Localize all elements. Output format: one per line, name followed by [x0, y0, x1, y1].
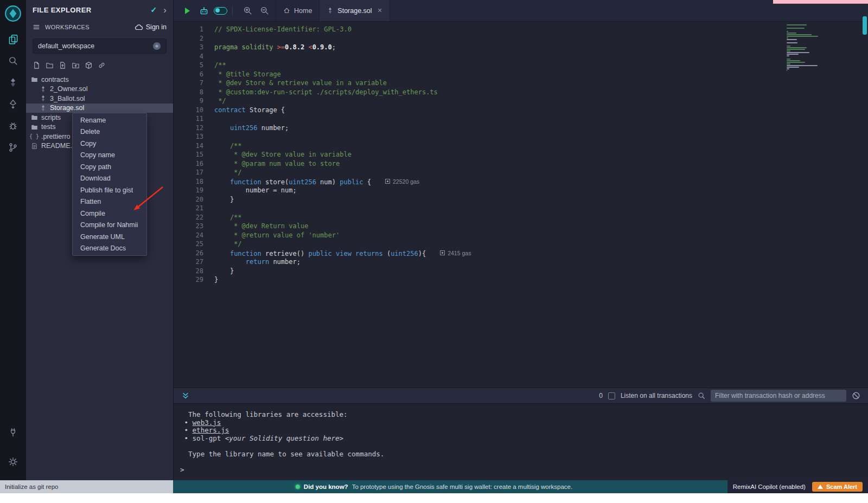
tree-item-Storage.sol[interactable]: Storage.sol: [26, 104, 173, 113]
tree-item-label: Storage.sol: [50, 104, 84, 112]
hamburger-icon[interactable]: [33, 23, 40, 31]
gas-estimate-badge: 2415 gas: [440, 249, 471, 258]
code-line-15: * @dev Store value in variable: [214, 150, 797, 159]
plugin-manager-icon[interactable]: [0, 422, 26, 443]
line-number: 24: [174, 231, 203, 240]
menu-item-generate-uml[interactable]: Generate UML: [73, 231, 146, 243]
tip-title: Did you know?: [304, 483, 348, 490]
menu-item-compile-for-nahmii[interactable]: Compile for Nahmii: [73, 220, 146, 231]
menu-item-copy-name[interactable]: Copy name: [73, 150, 146, 162]
terminal-toolbar: 0 Listen on all transactions: [174, 388, 868, 404]
tab-strip: HomeStorage.sol✕: [276, 0, 390, 21]
git-icon[interactable]: [0, 137, 26, 158]
solidity-compiler-icon[interactable]: [0, 72, 26, 93]
git-init-button[interactable]: Initialize as git repo: [0, 480, 173, 493]
workspace-select[interactable]: default_workspace: [33, 38, 167, 54]
expand-terminal-icon[interactable]: [181, 391, 190, 400]
menu-item-publish-file-to-gist[interactable]: Publish file to gist: [73, 184, 146, 196]
tree-item-label: .prettierro: [41, 133, 71, 140]
file-explorer-icon[interactable]: [0, 28, 26, 50]
status-bar: Initialize as git repo Did you know? To …: [0, 480, 868, 493]
settings-gear-icon[interactable]: [0, 451, 26, 473]
copilot-toggle[interactable]: [214, 7, 227, 15]
debugger-icon[interactable]: [0, 115, 26, 137]
tree-item-label: scripts: [41, 114, 61, 121]
line-number: 17: [174, 168, 203, 177]
library-link-ethers.js[interactable]: ethers.js: [193, 426, 229, 434]
listen-checkbox[interactable]: [608, 392, 615, 399]
run-script-button[interactable]: [180, 4, 194, 17]
bottom-strip: [0, 493, 868, 503]
code-lines[interactable]: // SPDX-License-Identifier: GPL-3.0pragm…: [214, 25, 797, 285]
terminal-line-5: [180, 442, 868, 450]
tree-item-label: 3_Ballot.sol: [50, 95, 85, 102]
clear-console-icon[interactable]: [852, 391, 860, 400]
code-line-2: [214, 34, 797, 43]
workspace-options-icon[interactable]: [152, 42, 161, 50]
create-file-icon[interactable]: [33, 61, 41, 69]
scrollbar-thumb[interactable]: [863, 16, 867, 35]
ai-assistant-icon[interactable]: [197, 4, 210, 17]
menu-item-generate-docs[interactable]: Generate Docs: [73, 243, 146, 255]
workspace-name: default_workspace: [38, 42, 94, 50]
code-editor[interactable]: 1234567891011121314151617181920212223242…: [174, 22, 868, 388]
sol-icon: [39, 95, 47, 102]
menu-item-delete[interactable]: Delete: [73, 126, 146, 138]
line-number: 13: [174, 132, 203, 141]
code-line-12: uint256 number;: [214, 124, 797, 133]
terminal-controls: 0 Listen on all transactions: [599, 390, 860, 402]
code-line-29: }: [214, 275, 797, 285]
upload-folder-icon[interactable]: [72, 61, 80, 69]
folder-open-icon: [30, 76, 38, 83]
line-number: 2: [174, 34, 203, 43]
tree-item-contracts[interactable]: contracts: [26, 75, 173, 85]
gas-icon: [385, 179, 390, 184]
menu-item-copy-path[interactable]: Copy path: [73, 161, 146, 173]
tree-item-2_Owner.sol[interactable]: 2_Owner.sol: [26, 85, 173, 94]
library-link-web3.js[interactable]: web3.js: [193, 418, 221, 427]
search-icon[interactable]: [0, 50, 26, 72]
upload-file-icon[interactable]: [59, 61, 67, 69]
tab-storage.sol[interactable]: Storage.sol✕: [320, 0, 390, 21]
remix-logo[interactable]: [4, 4, 22, 23]
link-icon[interactable]: [98, 61, 106, 69]
warning-icon: [818, 485, 823, 489]
deploy-and-run-icon[interactable]: [0, 93, 26, 115]
close-tab-icon[interactable]: ✕: [378, 7, 382, 14]
menu-item-download[interactable]: Download: [73, 173, 146, 185]
terminal[interactable]: The following libraries are accessible: …: [174, 405, 868, 480]
create-folder-icon[interactable]: [46, 61, 54, 69]
tip-text: To prototype using the Gnosis safe multi…: [352, 483, 573, 490]
menu-item-compile[interactable]: Compile: [73, 208, 146, 220]
chevron-right-icon[interactable]: ›: [163, 5, 167, 15]
check-icon[interactable]: ✓: [151, 5, 157, 14]
import-box-icon[interactable]: [85, 61, 93, 69]
menu-item-copy[interactable]: Copy: [73, 138, 146, 150]
did-you-know-tip: Did you know? To prototype using the Gno…: [296, 483, 572, 490]
tree-item-3_Ballot.sol[interactable]: 3_Ballot.sol: [26, 94, 173, 104]
tree-item-label: README.: [41, 142, 72, 150]
braces-icon: { }: [30, 133, 38, 139]
sign-in-button[interactable]: Sign in: [135, 23, 167, 31]
bulb-icon: [296, 485, 300, 489]
code-line-21: [214, 204, 797, 213]
line-number: 11: [174, 114, 203, 124]
menu-item-rename[interactable]: Rename: [73, 114, 146, 126]
code-line-27: return number;: [214, 257, 797, 267]
terminal-search-icon[interactable]: [698, 392, 705, 399]
tab-home[interactable]: Home: [276, 0, 320, 21]
gas-icon: [440, 250, 445, 255]
scam-alert-button[interactable]: Scam Alert: [812, 482, 863, 492]
line-number: 14: [174, 141, 203, 151]
transaction-filter-input[interactable]: [711, 390, 846, 402]
remix-ide-window: FILE EXPLORER ✓ › WORKSPACES Sign in def…: [0, 0, 868, 503]
toolbar-divider: [232, 6, 233, 16]
zoom-in-icon[interactable]: [241, 4, 254, 17]
minimap[interactable]: [787, 24, 821, 72]
code-line-23: * @dev Return value: [214, 222, 797, 231]
code-line-17: */: [214, 168, 797, 177]
code-line-5: /**: [214, 61, 797, 70]
menu-item-flatten[interactable]: Flatten: [73, 196, 146, 208]
zoom-out-icon[interactable]: [258, 4, 271, 17]
readme-icon: [30, 143, 38, 150]
